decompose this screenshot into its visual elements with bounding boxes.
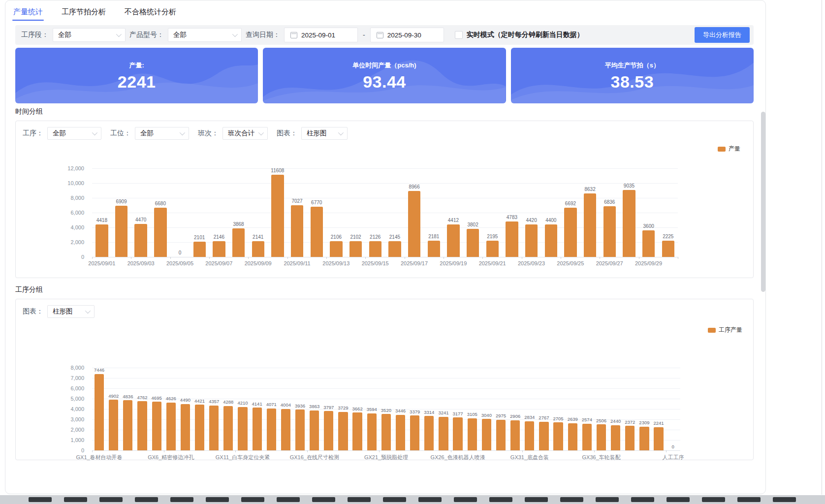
bar-value-label: 2195 xyxy=(487,234,498,239)
process-select[interactable]: 全部 xyxy=(47,127,101,140)
bar-value-label: 4418 xyxy=(96,218,107,223)
axis-tick xyxy=(170,257,171,259)
shift-select-value: 班次合计 xyxy=(228,129,254,138)
bar-value-label: 2225 xyxy=(663,234,673,239)
bar xyxy=(525,224,538,257)
process-select-value: 全部 xyxy=(53,129,66,138)
product-model-select[interactable]: 全部 xyxy=(168,28,242,42)
x-axis-tick-label: 2025/09/13 xyxy=(322,260,349,266)
bar-cell: 2574 xyxy=(580,368,594,450)
bar-cell: 2145 xyxy=(385,168,405,257)
taskbar-item[interactable] xyxy=(454,497,477,502)
taskbar-item[interactable] xyxy=(348,497,371,502)
taskbar-item[interactable] xyxy=(596,497,619,502)
y-axis: 01,0002,0003,0004,0005,0006,0007,0008,00… xyxy=(63,368,88,450)
taskbar-item[interactable] xyxy=(206,497,229,502)
taskbar-item[interactable] xyxy=(702,497,725,502)
taskbar-item[interactable] xyxy=(773,497,796,502)
legend-swatch xyxy=(718,147,726,152)
x-axis-tick-label: 2025/09/23 xyxy=(518,260,545,266)
bar-cell: 4490 xyxy=(178,368,192,450)
bar-value-label: 7027 xyxy=(291,199,302,204)
filter-label: 工位： xyxy=(110,129,131,138)
chevron-down-icon xyxy=(338,130,344,135)
legend-process-output[interactable]: 工序产量 xyxy=(708,326,742,334)
process-stage-select[interactable]: 全部 xyxy=(53,28,126,42)
axis-tick xyxy=(287,257,288,259)
bar-value-label: 3662 xyxy=(352,407,363,411)
y-axis-tick-label: 4,000 xyxy=(70,406,84,412)
bar-value-label: 4420 xyxy=(526,218,537,223)
taskbar-item[interactable] xyxy=(64,497,87,502)
bar-cell: 6836 xyxy=(600,168,619,257)
x-axis-tick-label: GX11_白车身定位夹紧 xyxy=(216,454,270,461)
bar xyxy=(408,191,420,257)
taskbar-item[interactable] xyxy=(277,497,300,502)
tab-output-statistics[interactable]: 产量统计 xyxy=(12,4,44,23)
kpi-title: 产量: xyxy=(129,61,144,70)
legend-output[interactable]: 产量 xyxy=(718,145,740,153)
chevron-down-icon xyxy=(258,130,264,135)
taskbar-item[interactable] xyxy=(737,497,761,502)
taskbar-item[interactable] xyxy=(241,497,264,502)
start-date-input[interactable]: 2025-09-01 xyxy=(284,28,358,42)
x-axis-tick-label: 2025/09/17 xyxy=(401,260,428,266)
bar xyxy=(447,224,459,257)
bar xyxy=(95,374,104,451)
bar-cell: 2126 xyxy=(365,168,385,257)
x-axis: GX1_卷材自动开卷GX6_精密修边冲孔GX11_白车身定位夹紧GX16_在线尺… xyxy=(92,454,680,464)
bar-value-label: 3379 xyxy=(410,410,420,414)
taskbar-item[interactable] xyxy=(418,497,442,502)
bar-value-label: 4210 xyxy=(237,401,248,406)
tab-defect-statistics[interactable]: 不合格统计分析 xyxy=(124,4,177,23)
taskbar-item[interactable] xyxy=(383,497,406,502)
bar-value-label: 2106 xyxy=(331,235,342,240)
taskbar-item[interactable] xyxy=(525,497,548,502)
bar-cell: 6909 xyxy=(112,168,131,257)
taskbar-item[interactable] xyxy=(135,497,158,502)
shift-select[interactable]: 班次合计 xyxy=(222,127,268,140)
bar-value-label: 2574 xyxy=(582,417,592,422)
tab-bar: 产量统计 工序节拍分析 不合格统计分析 xyxy=(12,4,177,23)
bar xyxy=(213,241,225,257)
taskbar-item[interactable] xyxy=(312,497,335,502)
export-report-button[interactable]: 导出分析报告 xyxy=(695,27,750,43)
bar xyxy=(253,408,262,450)
bar-cell: 4783 xyxy=(502,168,522,257)
process-group-filters: 图表： 柱形图 xyxy=(23,305,95,318)
bar-cell: 2440 xyxy=(608,368,623,450)
y-axis-tick-label: 2,000 xyxy=(70,427,84,433)
x-axis-tick-label: 2025/09/25 xyxy=(557,260,584,266)
taskbar-item[interactable] xyxy=(560,497,583,502)
chart-type-select-2[interactable]: 柱形图 xyxy=(47,305,95,318)
y-axis-tick-label: 8,000 xyxy=(70,365,84,371)
taskbar-item[interactable] xyxy=(631,497,654,502)
bar-cell: 2639 xyxy=(566,368,580,450)
bar-value-label: 3177 xyxy=(453,411,463,416)
bar xyxy=(195,405,204,450)
station-select[interactable]: 全部 xyxy=(135,127,189,140)
axis-tick xyxy=(666,450,666,452)
bar xyxy=(623,190,635,257)
taskbar-item[interactable] xyxy=(29,497,52,502)
realtime-mode-checkbox[interactable] xyxy=(455,31,463,39)
bar xyxy=(338,412,348,450)
bar-value-label: 3600 xyxy=(643,224,654,229)
x-axis-tick-label: 2025/09/09 xyxy=(245,260,272,266)
y-axis-tick-label: 5,000 xyxy=(70,396,84,402)
taskbar-item[interactable] xyxy=(99,497,123,502)
bar-cell: 3936 xyxy=(293,368,307,450)
bar xyxy=(525,421,534,451)
taskbar-item[interactable] xyxy=(666,497,690,502)
end-date-input[interactable]: 2025-09-30 xyxy=(370,28,444,42)
taskbar xyxy=(0,495,825,504)
bar-value-label: 6909 xyxy=(116,199,127,204)
chart-type-select[interactable]: 柱形图 xyxy=(301,127,348,140)
vertical-scrollbar-thumb[interactable] xyxy=(761,112,765,292)
bar-value-label: 2705 xyxy=(553,416,564,421)
tab-takt-analysis[interactable]: 工序节拍分析 xyxy=(61,4,107,23)
taskbar-item[interactable] xyxy=(489,497,512,502)
bar-cell: 3040 xyxy=(479,368,494,450)
taskbar-item[interactable] xyxy=(170,497,193,502)
bar xyxy=(662,241,674,257)
